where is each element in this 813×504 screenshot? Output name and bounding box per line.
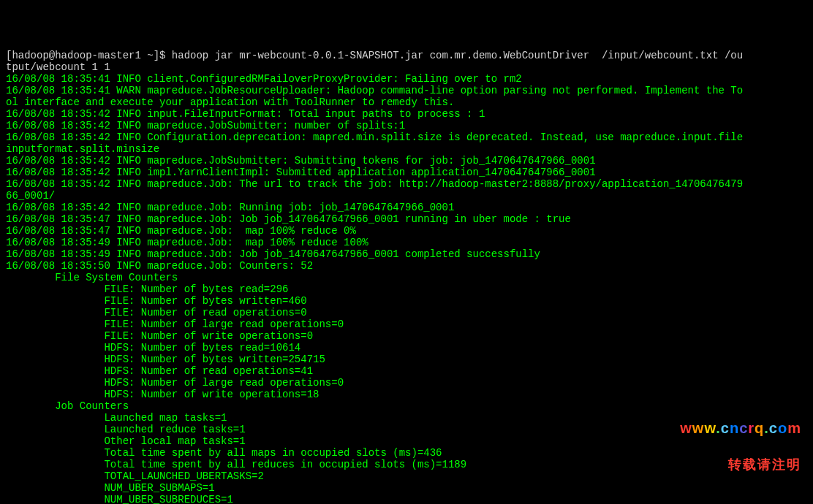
watermark: www.cncrq.com 转载请注明	[680, 399, 801, 482]
log-line: FILE: Number of read operations=0	[6, 307, 307, 318]
log-line: 16/08/08 18:35:42 INFO mapreduce.JobSubm…	[6, 155, 596, 167]
log-line: FILE: Number of large read operations=0	[6, 318, 344, 330]
log-line: 16/08/08 18:35:41 WARN mapreduce.JobReso…	[6, 85, 743, 96]
log-line: HDFS: Number of bytes written=254715	[6, 354, 325, 365]
log-line: Job Counters	[6, 400, 135, 412]
log-line: inputformat.split.minsize	[6, 143, 159, 155]
log-line: 16/08/08 18:35:49 INFO mapreduce.Job: Jo…	[6, 248, 540, 260]
log-line: Launched reduce tasks=1	[6, 424, 246, 435]
log-line: 16/08/08 18:35:42 INFO mapreduce.Job: Th…	[6, 178, 743, 190]
log-line: NUM_UBER_SUBREDUCES=1	[6, 494, 233, 504]
log-line: File System Counters	[6, 272, 178, 283]
log-line: 16/08/08 18:35:47 INFO mapreduce.Job: Jo…	[6, 213, 571, 225]
watermark-tag: 转载请注明	[680, 459, 801, 470]
shell-prompt: [hadoop@hadoop-master1 ~]$	[6, 50, 172, 61]
log-line: ol interface and execute your applicatio…	[6, 96, 454, 108]
command-text: hadoop jar mr-webcount-0.0.1-SNAPSHOT.ja…	[172, 50, 743, 61]
log-line: HDFS: Number of large read operations=0	[6, 377, 344, 389]
log-line: 16/08/08 18:35:50 INFO mapreduce.Job: Co…	[6, 260, 313, 272]
log-line: FILE: Number of bytes read=296	[6, 283, 288, 295]
log-line: Total time spent by all reduces in occup…	[6, 459, 466, 470]
log-line: Total time spent by all maps in occupied…	[6, 447, 442, 459]
log-line: TOTAL_LAUNCHED_UBERTASKS=2	[6, 470, 264, 482]
log-line: 16/08/08 18:35:42 INFO Configuration.dep…	[6, 131, 743, 143]
log-line: 16/08/08 18:35:42 INFO mapreduce.JobSubm…	[6, 120, 405, 131]
log-line: FILE: Number of bytes written=460	[6, 295, 307, 307]
log-line: 16/08/08 18:35:41 INFO client.Configured…	[6, 73, 522, 85]
log-line: Other local map tasks=1	[6, 435, 246, 447]
log-line: 66_0001/	[6, 190, 55, 202]
log-line: HDFS: Number of write operations=18	[6, 389, 319, 400]
log-line: 16/08/08 18:35:42 INFO impl.YarnClientIm…	[6, 167, 596, 178]
watermark-url: www.cncrq.com	[680, 422, 801, 434]
log-line: 16/08/08 18:35:47 INFO mapreduce.Job: ma…	[6, 225, 356, 237]
log-line: HDFS: Number of read operations=41	[6, 365, 313, 377]
log-line: Launched map tasks=1	[6, 412, 227, 424]
log-line: FILE: Number of write operations=0	[6, 330, 313, 342]
log-line: 16/08/08 18:35:42 INFO mapreduce.Job: Ru…	[6, 202, 454, 213]
log-line: 16/08/08 18:35:49 INFO mapreduce.Job: ma…	[6, 237, 368, 248]
command-text: tput/webcount 1 1	[6, 61, 110, 73]
log-line: HDFS: Number of bytes read=10614	[6, 342, 300, 354]
log-line: 16/08/08 18:35:42 INFO input.FileInputFo…	[6, 108, 485, 120]
log-line: NUM_UBER_SUBMAPS=1	[6, 482, 215, 494]
